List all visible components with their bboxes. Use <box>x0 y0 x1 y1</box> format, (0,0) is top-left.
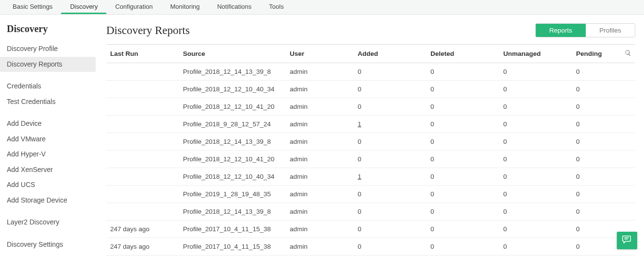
cell-last-run <box>106 186 179 203</box>
toggle-profiles[interactable]: Profiles <box>586 24 635 37</box>
cell-unmanaged: 0 <box>499 116 572 133</box>
cell-spacer <box>621 63 635 81</box>
cell-last-run <box>106 98 179 116</box>
reports-table: Last Run Source User Added Deleted Unman… <box>106 44 635 256</box>
sidebar-item-add-hyper-v[interactable]: Add Hyper-V <box>0 147 96 162</box>
table-row[interactable]: Profile_2018_12_14_13_39_8admin0000 <box>106 133 635 151</box>
cell-unmanaged: 0 <box>499 133 572 151</box>
cell-pending: 0 <box>572 133 621 151</box>
cell-pending: 0 <box>572 186 621 203</box>
table-row[interactable]: 247 days agoProfile_2017_10_4_11_15_38ad… <box>106 238 635 256</box>
cell-user: admin <box>286 98 354 116</box>
cell-deleted: 0 <box>427 151 499 168</box>
table-row[interactable]: Profile_2018_9_28_12_57_24admin1000 <box>106 116 635 133</box>
cell-source: Profile_2018_12_12_10_40_34 <box>179 168 286 186</box>
reports-profiles-toggle: Reports Profiles <box>535 23 635 37</box>
table-row[interactable]: Profile_2018_12_12_10_40_34admin0000 <box>106 81 635 98</box>
cell-user: admin <box>286 238 354 256</box>
cell-pending: 0 <box>572 116 621 133</box>
sidebar-item-layer2-discovery[interactable]: Layer2 Discovery <box>0 215 96 230</box>
sidebar-title: Discovery <box>0 23 96 41</box>
cell-user: admin <box>286 116 354 133</box>
cell-pending: 0 <box>572 168 621 186</box>
search-icon[interactable] <box>625 51 631 58</box>
tab-tools[interactable]: Tools <box>260 0 292 14</box>
cell-unmanaged: 0 <box>499 63 572 81</box>
cell-spacer <box>621 81 635 98</box>
sidebar-item-discovery-settings[interactable]: Discovery Settings <box>0 237 96 253</box>
col-source[interactable]: Source <box>179 45 286 63</box>
table-row[interactable]: Profile_2018_12_12_10_41_20admin0000 <box>106 98 635 116</box>
sidebar-item-add-device[interactable]: Add Device <box>0 116 96 132</box>
sidebar-item-add-storage-device[interactable]: Add Storage Device <box>0 193 96 208</box>
col-unmanaged[interactable]: Unmanaged <box>499 45 572 63</box>
cell-last-run <box>106 63 179 81</box>
col-last-run[interactable]: Last Run <box>106 45 179 63</box>
cell-added: 0 <box>354 238 427 256</box>
table-row[interactable]: Profile_2018_12_14_13_39_8admin0000 <box>106 63 635 81</box>
sidebar-item-credentials[interactable]: Credentials <box>0 79 96 94</box>
cell-source: Profile_2018_12_12_10_41_20 <box>179 98 286 116</box>
cell-last-run <box>106 81 179 98</box>
cell-source: Profile_2018_12_12_10_40_34 <box>179 81 286 98</box>
top-tabs: Basic SettingsDiscoveryConfigurationMoni… <box>0 0 644 15</box>
cell-pending: 0 <box>572 203 621 221</box>
cell-pending: 0 <box>572 221 621 238</box>
cell-added-link[interactable]: 1 <box>358 173 362 180</box>
table-row[interactable]: 247 days agoProfile_2017_10_4_11_15_38ad… <box>106 221 635 238</box>
cell-pending: 0 <box>572 238 621 256</box>
cell-unmanaged: 0 <box>499 98 572 116</box>
col-added[interactable]: Added <box>354 45 427 63</box>
tab-monitoring[interactable]: Monitoring <box>162 0 209 14</box>
cell-unmanaged: 0 <box>499 81 572 98</box>
tab-discovery[interactable]: Discovery <box>61 0 106 14</box>
cell-spacer <box>621 98 635 116</box>
sidebar-item-add-xenserver[interactable]: Add XenServer <box>0 162 96 178</box>
cell-source: Profile_2018_12_14_13_39_8 <box>179 133 286 151</box>
search-column-header[interactable] <box>621 45 635 63</box>
cell-spacer <box>621 133 635 151</box>
cell-source: Profile_2018_9_28_12_57_24 <box>179 116 286 133</box>
cell-source: Profile_2018_12_14_13_39_8 <box>179 63 286 81</box>
cell-added: 1 <box>354 116 427 133</box>
cell-unmanaged: 0 <box>499 151 572 168</box>
col-pending[interactable]: Pending <box>572 45 621 63</box>
col-user[interactable]: User <box>286 45 354 63</box>
cell-added: 0 <box>354 151 427 168</box>
cell-added-link[interactable]: 1 <box>358 120 362 128</box>
cell-source: Profile_2017_10_4_11_15_38 <box>179 221 286 238</box>
cell-user: admin <box>286 63 354 81</box>
table-row[interactable]: Profile_2018_12_12_10_40_34admin1000 <box>106 168 635 186</box>
cell-deleted: 0 <box>427 133 499 151</box>
chat-button[interactable] <box>617 232 637 249</box>
cell-added: 1 <box>354 168 427 186</box>
cell-source: Profile_2017_10_4_11_15_38 <box>179 238 286 256</box>
cell-added: 0 <box>354 133 427 151</box>
tab-basic-settings[interactable]: Basic Settings <box>4 0 61 14</box>
col-deleted[interactable]: Deleted <box>427 45 499 63</box>
toggle-reports[interactable]: Reports <box>536 24 586 37</box>
cell-spacer <box>621 151 635 168</box>
cell-spacer <box>621 168 635 186</box>
cell-last-run: 247 days ago <box>106 238 179 256</box>
sidebar-item-discovery-profile[interactable]: Discovery Profile <box>0 41 96 57</box>
cell-unmanaged: 0 <box>499 186 572 203</box>
sidebar-item-discovery-reports[interactable]: Discovery Reports <box>0 57 96 72</box>
cell-deleted: 0 <box>427 116 499 133</box>
tab-configuration[interactable]: Configuration <box>106 0 161 14</box>
table-row[interactable]: Profile_2018_12_14_13_39_8admin0000 <box>106 203 635 221</box>
table-row[interactable]: Profile_2018_12_12_10_41_20admin0000 <box>106 151 635 168</box>
sidebar-item-test-credentials[interactable]: Test Credentials <box>0 94 96 110</box>
sidebar-item-add-ucs[interactable]: Add UCS <box>0 177 96 193</box>
sidebar-item-add-vmware[interactable]: Add VMware <box>0 132 96 147</box>
tab-notifications[interactable]: Notifications <box>208 0 260 14</box>
cell-user: admin <box>286 151 354 168</box>
table-row[interactable]: Profile_2019_1_28_19_48_35admin0000 <box>106 186 635 203</box>
cell-user: admin <box>286 186 354 203</box>
cell-spacer <box>621 203 635 221</box>
cell-user: admin <box>286 133 354 151</box>
chat-icon <box>622 234 632 247</box>
cell-added: 0 <box>354 63 427 81</box>
main-content: Discovery Reports Reports Profiles Last … <box>96 15 644 256</box>
cell-unmanaged: 0 <box>499 168 572 186</box>
